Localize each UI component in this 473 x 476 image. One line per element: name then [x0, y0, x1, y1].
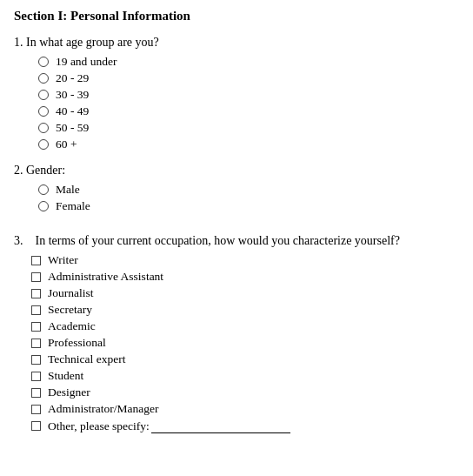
option-label: Other, please specify:: [48, 419, 150, 433]
radio-icon[interactable]: [38, 201, 49, 211]
option-label: Technical expert: [48, 352, 125, 366]
list-item[interactable]: Female: [38, 199, 459, 213]
q1-options: 19 and under 20 - 29 30 - 39 40 - 49 50 …: [14, 55, 459, 151]
list-item[interactable]: 60 +: [38, 137, 459, 151]
option-label: Secretary: [48, 303, 92, 317]
radio-icon[interactable]: [38, 139, 49, 150]
option-label: Student: [48, 369, 83, 383]
option-label: 30 - 39: [56, 88, 89, 102]
section-title: Section I: Personal Information: [14, 9, 459, 23]
question-1: 1. In what age group are you? 19 and und…: [14, 36, 459, 151]
list-item[interactable]: Administrative Assistant: [31, 270, 459, 284]
list-item[interactable]: Professional: [31, 336, 459, 350]
list-item[interactable]: Technical expert: [31, 352, 459, 366]
option-label: 60 +: [56, 137, 77, 151]
list-item[interactable]: Secretary: [31, 303, 459, 317]
q2-text: Gender:: [26, 164, 65, 177]
specify-line: [151, 419, 290, 433]
radio-icon[interactable]: [38, 123, 49, 133]
q3-options: Writer Administrative Assistant Journali…: [14, 253, 459, 433]
list-item[interactable]: Other, please specify:: [31, 419, 459, 433]
q2-options: Male Female: [14, 183, 459, 213]
checkbox-icon[interactable]: [31, 355, 41, 365]
option-label: Writer: [48, 253, 78, 267]
checkbox-icon[interactable]: [31, 339, 41, 348]
q1-text: In what age group are you?: [26, 36, 159, 49]
option-label: 19 and under: [56, 55, 117, 69]
list-item[interactable]: 40 - 49: [38, 104, 459, 118]
q3-label: 3. In terms of your current occupation, …: [14, 234, 459, 248]
list-item[interactable]: Administrator/Manager: [31, 402, 459, 416]
list-item[interactable]: Writer: [31, 253, 459, 267]
q2-label: 2. Gender:: [14, 164, 459, 178]
question-2: 2. Gender: Male Female: [14, 164, 459, 213]
list-item[interactable]: 30 - 39: [38, 88, 459, 102]
q3-text: In terms of your current occupation, how…: [36, 234, 400, 247]
radio-icon[interactable]: [38, 57, 49, 67]
checkbox-icon[interactable]: [31, 305, 41, 315]
q3-number: 3.: [14, 234, 32, 247]
checkbox-icon[interactable]: [31, 256, 41, 265]
list-item[interactable]: 19 and under: [38, 55, 459, 69]
radio-icon[interactable]: [38, 73, 49, 84]
checkbox-icon[interactable]: [31, 405, 41, 414]
option-label: Administrative Assistant: [48, 270, 163, 284]
checkbox-icon[interactable]: [31, 272, 41, 282]
radio-icon[interactable]: [38, 106, 49, 117]
option-label: Male: [56, 183, 80, 197]
list-item[interactable]: Designer: [31, 385, 459, 399]
list-item[interactable]: Academic: [31, 319, 459, 333]
list-item[interactable]: Student: [31, 369, 459, 383]
option-label: Journalist: [48, 286, 94, 300]
question-3: 3. In terms of your current occupation, …: [14, 234, 459, 433]
option-label: 50 - 59: [56, 121, 89, 135]
option-label: Academic: [48, 319, 96, 333]
option-label: Administrator/Manager: [48, 402, 158, 416]
option-label: Female: [56, 199, 90, 213]
radio-icon[interactable]: [38, 184, 49, 195]
list-item[interactable]: 50 - 59: [38, 121, 459, 135]
option-label: Designer: [48, 385, 90, 399]
q1-label: 1. In what age group are you?: [14, 36, 459, 50]
list-item[interactable]: Male: [38, 183, 459, 197]
option-label: 20 - 29: [56, 71, 89, 85]
radio-icon[interactable]: [38, 90, 49, 100]
q2-number: 2.: [14, 164, 26, 177]
checkbox-icon[interactable]: [31, 372, 41, 381]
checkbox-icon[interactable]: [31, 322, 41, 332]
checkbox-icon[interactable]: [31, 388, 41, 398]
checkbox-icon[interactable]: [31, 289, 41, 298]
checkbox-icon[interactable]: [31, 421, 41, 431]
option-label: Professional: [48, 336, 106, 350]
list-item[interactable]: Journalist: [31, 286, 459, 300]
q1-number: 1.: [14, 36, 26, 49]
list-item[interactable]: 20 - 29: [38, 71, 459, 85]
option-label: 40 - 49: [56, 104, 89, 118]
